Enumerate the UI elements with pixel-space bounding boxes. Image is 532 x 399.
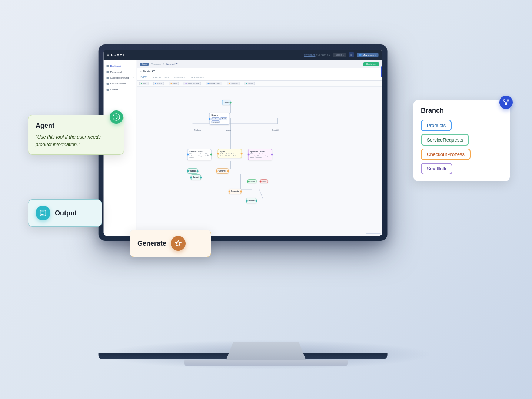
- flow-node-branch[interactable]: Branch Products Models Smalltalk: [209, 113, 230, 125]
- flow-node-output-1[interactable]: Output: [187, 168, 198, 174]
- output-dot: [246, 83, 247, 84]
- generate-card: Generate: [130, 230, 211, 257]
- agent-icon: [112, 113, 120, 121]
- svg-point-17: [507, 100, 509, 101]
- generate1-output-dot: [227, 170, 229, 172]
- branch-tags: Products ServiceRequests CheckoutProzess…: [421, 120, 502, 174]
- sidebar-item-dashboard[interactable]: Dashboard: [104, 63, 137, 69]
- tab-datasource[interactable]: DATASOURCE: [189, 74, 205, 80]
- conversations-icon: [107, 83, 109, 85]
- quality-icon: [107, 77, 109, 79]
- app-topbar: ≡ COMET Versionen / Version XY Scope ▾ ⊞…: [104, 50, 382, 60]
- svg-line-20: [506, 101, 508, 103]
- agent-card-title: Agent: [36, 122, 116, 130]
- flow-node-start[interactable]: Start: [222, 100, 231, 105]
- flow-node-success[interactable]: Success: [247, 179, 257, 183]
- sidebar-item-content[interactable]: Content: [104, 87, 137, 93]
- agent-icon-badge: [110, 110, 123, 124]
- agent-output-dot: [240, 153, 242, 154]
- branch-tag-products[interactable]: Products: [421, 120, 452, 131]
- flow-step-branch[interactable]: Branch: [153, 82, 164, 85]
- question-output-dot: [271, 154, 273, 156]
- output-card-title: Output: [55, 209, 77, 217]
- menu-icon[interactable]: ⊞: [349, 52, 354, 57]
- label-models: Models: [226, 129, 232, 131]
- flow-node-question[interactable]: Question Check "If the user asks about m…: [248, 149, 272, 160]
- flow-step-context[interactable]: Context Check: [206, 82, 222, 85]
- output-sub-dot: [200, 176, 202, 178]
- scene: ≡ COMET Versionen / Version XY Scope ▾ ⊞…: [0, 0, 532, 399]
- generate-icon: [174, 239, 182, 247]
- app-logo: ≡ COMET: [107, 53, 125, 57]
- laptop-frame: ≡ COMET Versionen / Version XY Scope ▾ ⊞…: [99, 44, 388, 241]
- svg-line-19: [504, 101, 506, 103]
- flow-node-generate-2[interactable]: Generate: [229, 189, 242, 194]
- agent-card: Agent "Use this tool if the user needs p…: [28, 115, 124, 155]
- flow-step-start[interactable]: Start: [139, 82, 149, 85]
- start-dot: [141, 83, 142, 84]
- flow-connectors: [137, 87, 382, 236]
- generate-icon-badge: [171, 236, 186, 251]
- svg-point-16: [503, 100, 505, 101]
- page-title: Version XY: [143, 70, 155, 72]
- content-icon: [107, 89, 109, 91]
- sidebar-active-indicator: [381, 66, 382, 77]
- generate-card-title: Generate: [137, 240, 166, 247]
- branch-card: Branch Products ServiceRequests Checkout…: [413, 100, 510, 181]
- flow-node-output-2[interactable]: Output: [246, 198, 257, 203]
- branch-tag-smalltalk[interactable]: Smalltalk: [421, 163, 452, 174]
- output2-output-dot: [255, 200, 257, 202]
- output-card: Output: [28, 199, 102, 227]
- output-icon-badge: [36, 206, 50, 220]
- breadcrumb: Versionen / Version XY: [304, 54, 330, 56]
- branch-card-title: Branch: [421, 107, 502, 114]
- canvas-scroll-hint: [366, 233, 381, 234]
- label-products: Products: [194, 129, 201, 131]
- sidebar-item-playground[interactable]: Playground: [104, 69, 137, 75]
- app-tabs: FLOW BASIC SETTINGS EXAMPLES DATASOURCE: [137, 74, 382, 81]
- sidebar-item-qualitaet[interactable]: Qualitätssicherung ▾: [104, 75, 137, 81]
- svg-line-15: [259, 189, 263, 199]
- branch-icon-badge: [499, 96, 513, 109]
- flow-node-output-sub[interactable]: Output: [191, 174, 201, 180]
- agent-card-text: "Use this tool if the user needs product…: [36, 133, 116, 148]
- flow-step-question[interactable]: Question Check: [183, 82, 201, 85]
- label-smalltalk: Smalltalk: [272, 129, 279, 131]
- flow-step-output[interactable]: Output: [244, 82, 255, 85]
- flow-node-context[interactable]: Context Check "If the user asks for mode…: [187, 149, 212, 160]
- tab-basic-settings[interactable]: BASIC SETTINGS: [151, 74, 169, 80]
- save-button[interactable]: Speichern: [363, 62, 379, 66]
- flow-node-failure[interactable]: Failure: [260, 179, 268, 183]
- context-output-dot: [210, 154, 212, 156]
- question-dot: [185, 83, 186, 84]
- start-output-dot: [230, 102, 232, 103]
- flow-step-generate[interactable]: Generate: [227, 82, 240, 85]
- output-icon: [39, 209, 47, 217]
- branch-tag-checkout[interactable]: CheckoutProzess: [421, 149, 471, 160]
- flow-node-agent[interactable]: Agent GetModelDetailsToolGetAvailableMod…: [218, 149, 242, 158]
- laptop-stand: [225, 342, 307, 362]
- flow-step-agent[interactable]: Agent: [169, 82, 179, 85]
- page-title-row: ← Version XY: [137, 68, 382, 74]
- flow-steps: Start → Branch → Agent →: [137, 81, 382, 87]
- user-avatar-dot: [359, 54, 362, 56]
- app-sub-topbar: Scope Versionen / Version XY Speichern: [137, 60, 382, 68]
- scope-badge: Scope: [140, 63, 149, 66]
- svg-point-18: [505, 103, 507, 105]
- branch-tag-service-requests[interactable]: ServiceRequests: [421, 134, 469, 146]
- sidebar-item-conversations[interactable]: Konversationen: [104, 81, 137, 87]
- laptop-screen: ≡ COMET Versionen / Version XY Scope ▾ ⊞…: [104, 50, 382, 236]
- playground-icon: [107, 71, 109, 73]
- agent-dot: [170, 83, 172, 84]
- output1-output-dot: [196, 170, 198, 172]
- scope-button[interactable]: Scope ▾: [333, 53, 346, 57]
- user-menu[interactable]: Max Muster ▾: [357, 53, 379, 57]
- generate-dot: [229, 83, 230, 84]
- flow-canvas[interactable]: Start Branch Products Models: [137, 87, 382, 236]
- dashboard-icon: [107, 65, 109, 67]
- generate2-output-dot: [240, 190, 242, 192]
- app-main: Scope Versionen / Version XY Speichern ←…: [137, 60, 382, 236]
- tab-flow[interactable]: FLOW: [140, 74, 147, 80]
- tab-examples[interactable]: EXAMPLES: [173, 74, 186, 80]
- flow-node-generate-1[interactable]: Generate: [216, 168, 229, 174]
